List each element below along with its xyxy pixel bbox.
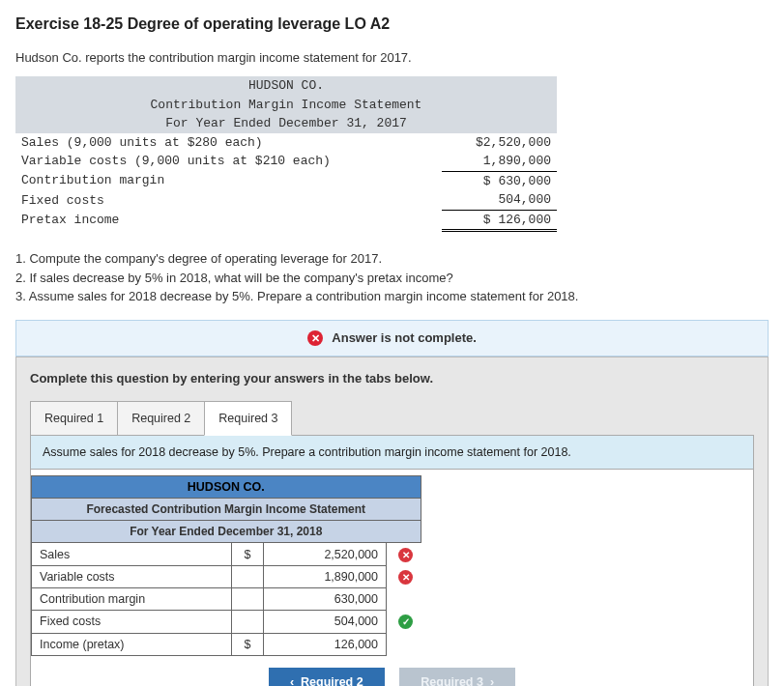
is-fixed-label: Fixed costs — [15, 190, 442, 210]
is-pretax-label: Pretax income — [15, 210, 442, 231]
panel-instruction: Complete this question by entering your … — [30, 371, 754, 386]
chevron-left-icon: ‹ — [290, 675, 294, 686]
tab-subprompt: Assume sales for 2018 decrease by 5%. Pr… — [30, 435, 754, 470]
fc-inc-label[interactable]: Income (pretax) — [32, 633, 232, 655]
tab-required-1[interactable]: Required 1 — [30, 401, 118, 436]
alert-text: Answer is not complete. — [332, 330, 477, 345]
fc-company: HUDSON CO. — [32, 476, 421, 499]
is-company: HUDSON CO. — [15, 76, 557, 96]
wrong-icon: ✕ — [398, 548, 413, 562]
wrong-icon: ✕ — [398, 570, 413, 585]
correct-icon: ✓ — [398, 615, 413, 629]
is-cm-label: Contribution margin — [15, 171, 442, 190]
fc-inc-val[interactable]: 126,000 — [264, 633, 387, 655]
error-icon: ✕ — [307, 330, 323, 346]
nav-buttons: ‹ Required 2 Required 3 › — [31, 656, 753, 686]
is-heading-1: Contribution Margin Income Statement — [15, 96, 557, 115]
is-sales-amt: $2,520,000 — [442, 133, 558, 153]
question-list: 1. Compute the company's degree of opera… — [15, 249, 769, 306]
next-required-button[interactable]: Required 3 › — [399, 668, 515, 686]
fc-head1: Forecasted Contribution Margin Income St… — [32, 499, 421, 521]
is-fixed-amt: 504,000 — [442, 190, 558, 210]
fc-var-val[interactable]: 1,890,000 — [264, 566, 387, 588]
fc-head2: For Year Ended December 31, 2018 — [32, 521, 421, 543]
answer-area: HUDSON CO. Forecasted Contribution Margi… — [30, 470, 754, 686]
tab-required-2[interactable]: Required 2 — [117, 401, 205, 436]
answer-panel: Complete this question by entering your … — [15, 357, 769, 686]
fc-fixed-label[interactable]: Fixed costs — [32, 611, 232, 633]
fc-cm-val[interactable]: 630,000 — [264, 588, 387, 611]
page-title: Exercise 18-25 Degree of operating lever… — [15, 15, 769, 33]
fc-fixed-val[interactable]: 504,000 — [264, 611, 387, 633]
fc-var-label[interactable]: Variable costs — [32, 566, 232, 588]
forecast-table: HUDSON CO. Forecasted Contribution Margi… — [31, 475, 421, 655]
income-statement-2017: HUDSON CO. Contribution Margin Income St… — [15, 76, 557, 232]
is-var-label: Variable costs (9,000 units at $210 each… — [15, 152, 442, 171]
prev-required-button[interactable]: ‹ Required 2 — [269, 668, 385, 686]
question-3: 3. Assume sales for 2018 decrease by 5%.… — [15, 287, 769, 306]
question-2: 2. If sales decrease by 5% in 2018, what… — [15, 269, 769, 288]
tabs-row: Required 1 Required 2 Required 3 — [30, 401, 754, 436]
intro-text: Hudson Co. reports the contribution marg… — [15, 50, 769, 65]
tab-required-3[interactable]: Required 3 — [204, 401, 292, 436]
is-sales-label: Sales (9,000 units at $280 each) — [15, 133, 442, 153]
next-label: Required 3 — [421, 675, 483, 686]
fc-sales-label[interactable]: Sales — [32, 543, 232, 566]
question-1: 1. Compute the company's degree of opera… — [15, 249, 769, 269]
fc-sales-val[interactable]: 2,520,000 — [264, 543, 387, 566]
is-heading-2: For Year Ended December 31, 2017 — [15, 114, 557, 133]
fc-inc-cur: $ — [232, 633, 264, 655]
chevron-right-icon: › — [490, 675, 494, 686]
is-var-amt: 1,890,000 — [442, 152, 558, 171]
prev-label: Required 2 — [301, 675, 363, 686]
fc-sales-cur: $ — [232, 543, 264, 566]
alert-banner: ✕ Answer is not complete. — [15, 320, 769, 357]
is-cm-amt: $ 630,000 — [442, 171, 558, 190]
fc-cm-label[interactable]: Contribution margin — [32, 588, 232, 611]
is-pretax-amt: $ 126,000 — [442, 210, 558, 231]
